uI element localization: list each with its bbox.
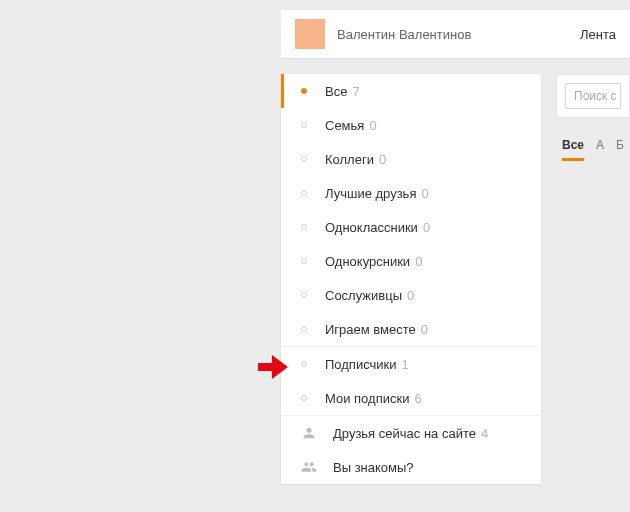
sidebar-item-play-together[interactable]: Играем вместе 0 (281, 312, 541, 346)
sidebar-item-label: Друзья сейчас на сайте (333, 426, 476, 441)
sidebar-item-label: Вы знакомы? (333, 460, 414, 475)
sidebar-item-classmates[interactable]: Одноклассники 0 (281, 210, 541, 244)
sidebar-item-count: 4 (481, 426, 488, 441)
sidebar-item-friends-online[interactable]: Друзья сейчас на сайте 4 (281, 416, 541, 450)
sidebar-item-coursemates[interactable]: Однокурсники 0 (281, 244, 541, 278)
bullet-icon (301, 190, 307, 196)
bullet-icon (301, 88, 307, 94)
sidebar-item-my-subscriptions[interactable]: Мои подписки 6 (281, 381, 541, 415)
sidebar-item-subscribers[interactable]: Подписчики 1 (281, 347, 541, 381)
bullet-icon (301, 361, 307, 367)
sidebar-group-subscriptions: Подписчики 1 Мои подписки 6 (281, 346, 541, 415)
sidebar-item-label: Мои подписки (325, 391, 409, 406)
avatar[interactable] (295, 19, 325, 49)
sidebar-item-best-friends[interactable]: Лучшие друзья 0 (281, 176, 541, 210)
sidebar-item-label: Сослуживцы (325, 288, 402, 303)
bullet-icon (301, 122, 307, 128)
bullet-icon (301, 156, 307, 162)
sidebar-item-family[interactable]: Семья 0 (281, 108, 541, 142)
sidebar-item-count: 0 (423, 220, 430, 235)
sidebar-item-label: Коллеги (325, 152, 374, 167)
sidebar-item-label: Семья (325, 118, 364, 133)
sidebar-item-count: 0 (415, 254, 422, 269)
username[interactable]: Валентин Валентинов (337, 27, 471, 42)
sidebar-item-label: Однокурсники (325, 254, 410, 269)
callout-arrow-icon (258, 355, 288, 379)
people-icon (301, 459, 317, 475)
alpha-item-b[interactable]: Б (616, 138, 624, 161)
sidebar: Все 7 Семья 0 Коллеги 0 Лучшие друзья 0 … (281, 74, 541, 484)
sidebar-item-count: 1 (402, 357, 409, 372)
sidebar-item-count: 0 (421, 322, 428, 337)
right-column: Поиск с Все А Б (556, 74, 630, 161)
search-box: Поиск с (556, 74, 630, 118)
bullet-icon (301, 292, 307, 298)
person-icon (301, 425, 317, 441)
alpha-item-all[interactable]: Все (562, 138, 584, 161)
sidebar-item-label: Лучшие друзья (325, 186, 416, 201)
sidebar-item-label: Играем вместе (325, 322, 416, 337)
bullet-icon (301, 258, 307, 264)
sidebar-item-all[interactable]: Все 7 (281, 74, 541, 108)
sidebar-item-count: 0 (379, 152, 386, 167)
sidebar-item-label: Все (325, 84, 347, 99)
sidebar-item-coworkers[interactable]: Сослуживцы 0 (281, 278, 541, 312)
sidebar-item-label: Подписчики (325, 357, 397, 372)
header-bar: Валентин Валентинов Лента (281, 10, 630, 58)
sidebar-item-count: 0 (369, 118, 376, 133)
alpha-filter: Все А Б (556, 138, 630, 161)
bullet-icon (301, 224, 307, 230)
sidebar-item-colleagues[interactable]: Коллеги 0 (281, 142, 541, 176)
sidebar-item-count: 0 (407, 288, 414, 303)
sidebar-item-label: Одноклассники (325, 220, 418, 235)
sidebar-item-count: 7 (352, 84, 359, 99)
sidebar-item-do-you-know[interactable]: Вы знакомы? (281, 450, 541, 484)
search-input[interactable]: Поиск с (565, 83, 621, 109)
sidebar-group-presence: Друзья сейчас на сайте 4 Вы знакомы? (281, 415, 541, 484)
bullet-icon (301, 326, 307, 332)
sidebar-item-count: 6 (414, 391, 421, 406)
sidebar-group-categories: Все 7 Семья 0 Коллеги 0 Лучшие друзья 0 … (281, 74, 541, 346)
tab-feed[interactable]: Лента (580, 27, 616, 42)
alpha-item-a[interactable]: А (596, 138, 604, 161)
bullet-icon (301, 395, 307, 401)
sidebar-item-count: 0 (421, 186, 428, 201)
